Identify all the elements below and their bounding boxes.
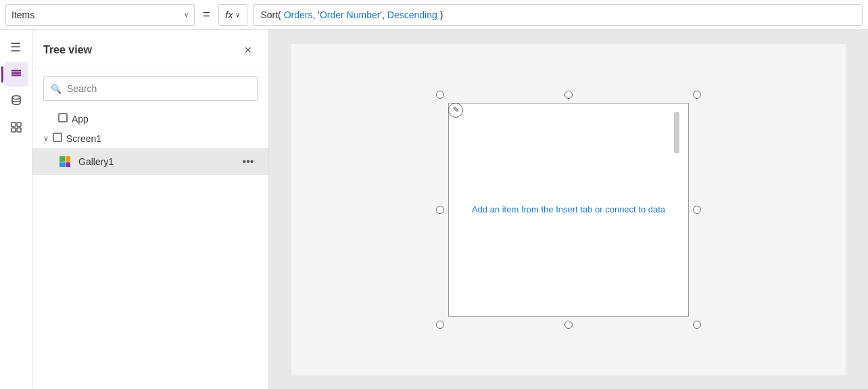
svg-rect-8 bbox=[59, 114, 67, 122]
formula-bar[interactable]: Sort( Orders, 'Order Number', Descending… bbox=[253, 4, 863, 26]
top-bar: Items ∨ = fx ∨ Sort( Orders, 'Order Numb… bbox=[0, 0, 868, 30]
edit-handle-button[interactable]: ✎ bbox=[448, 103, 463, 118]
svg-rect-7 bbox=[17, 128, 21, 132]
canvas-area: ✎ Add an item from the Insert tab or con… bbox=[269, 30, 868, 389]
formula-text: Sort( Orders, 'Order Number', Descending… bbox=[260, 9, 443, 20]
tree-item-gallery1[interactable]: Gallery1 ••• bbox=[32, 148, 268, 175]
handle-middle-right[interactable] bbox=[693, 206, 701, 214]
database-icon bbox=[10, 94, 22, 109]
tree-header: Tree view ✕ bbox=[32, 30, 268, 68]
components-button[interactable] bbox=[4, 116, 28, 141]
handle-top-right[interactable] bbox=[693, 91, 701, 99]
formula-order-number: Order Number bbox=[320, 9, 380, 20]
fx-chevron-icon: ∨ bbox=[235, 11, 240, 18]
formula-close: ) bbox=[437, 9, 443, 20]
handle-top-center[interactable] bbox=[564, 91, 573, 99]
fx-label: fx bbox=[226, 9, 233, 20]
handle-top-left[interactable] bbox=[436, 91, 444, 99]
items-dropdown[interactable]: Items ∨ bbox=[5, 4, 195, 26]
gallery-placeholder-text: Add an item from the Insert tab or conne… bbox=[472, 204, 665, 214]
collapse-icon[interactable]: ∨ bbox=[43, 134, 49, 143]
gallery-icon bbox=[59, 156, 70, 167]
search-icon: 🔍 bbox=[51, 84, 62, 94]
equals-sign: = bbox=[200, 7, 213, 22]
formula-sort: Sort( bbox=[260, 9, 283, 20]
gallery-scrollbar[interactable] bbox=[674, 112, 679, 153]
canvas-frame: ✎ Add an item from the Insert tab or con… bbox=[291, 44, 846, 375]
tree-item-screen1[interactable]: ∨ Screen1 bbox=[32, 129, 268, 148]
more-icon: ••• bbox=[243, 156, 254, 168]
close-icon: ✕ bbox=[244, 45, 252, 55]
handle-middle-left[interactable] bbox=[436, 206, 444, 214]
gallery-more-button[interactable]: ••• bbox=[239, 152, 258, 171]
svg-rect-5 bbox=[17, 122, 21, 127]
formula-descending: Descending bbox=[387, 9, 437, 20]
gallery-widget[interactable]: Add an item from the Insert tab or conne… bbox=[448, 103, 689, 317]
screen1-label: Screen1 bbox=[66, 133, 101, 144]
screen-icon bbox=[53, 133, 62, 144]
hamburger-menu-button[interactable]: ☰ bbox=[4, 35, 28, 60]
fx-button[interactable]: fx ∨ bbox=[218, 4, 248, 26]
svg-rect-4 bbox=[11, 122, 16, 127]
formula-comma1: , ' bbox=[312, 9, 319, 20]
svg-point-3 bbox=[12, 96, 20, 99]
layers-icon bbox=[10, 67, 22, 82]
main-area: ☰ bbox=[0, 30, 868, 389]
handle-bottom-right[interactable] bbox=[693, 321, 701, 329]
tree-panel: Tree view ✕ 🔍 App ∨ bbox=[32, 30, 269, 389]
items-label: Items bbox=[11, 9, 34, 20]
layers-button[interactable] bbox=[4, 62, 28, 87]
handle-bottom-left[interactable] bbox=[436, 321, 444, 329]
gallery-widget-container[interactable]: ✎ Add an item from the Insert tab or con… bbox=[440, 95, 697, 325]
svg-rect-9 bbox=[53, 133, 62, 141]
database-button[interactable] bbox=[4, 89, 28, 114]
dropdown-chevron-icon: ∨ bbox=[184, 11, 189, 18]
search-input[interactable] bbox=[67, 83, 250, 94]
search-box[interactable]: 🔍 bbox=[43, 76, 258, 101]
hamburger-icon: ☰ bbox=[10, 41, 22, 53]
pencil-icon: ✎ bbox=[453, 106, 459, 114]
tree-title: Tree view bbox=[43, 44, 92, 56]
formula-comma2: ', bbox=[380, 9, 387, 20]
app-icon bbox=[58, 113, 68, 124]
svg-rect-6 bbox=[11, 128, 16, 132]
close-tree-button[interactable]: ✕ bbox=[239, 41, 258, 60]
handle-bottom-center[interactable] bbox=[564, 321, 573, 329]
svg-rect-0 bbox=[11, 70, 21, 72]
formula-orders: Orders bbox=[284, 9, 313, 20]
svg-rect-2 bbox=[11, 74, 21, 76]
tree-items: App ∨ Screen1 Gallery1 ••• bbox=[32, 109, 268, 389]
svg-rect-1 bbox=[11, 72, 21, 74]
components-icon bbox=[10, 121, 22, 136]
app-label: App bbox=[72, 114, 89, 124]
icon-sidebar: ☰ bbox=[0, 30, 32, 389]
gallery1-label: Gallery1 bbox=[78, 156, 114, 167]
tree-item-app[interactable]: App bbox=[32, 109, 268, 129]
